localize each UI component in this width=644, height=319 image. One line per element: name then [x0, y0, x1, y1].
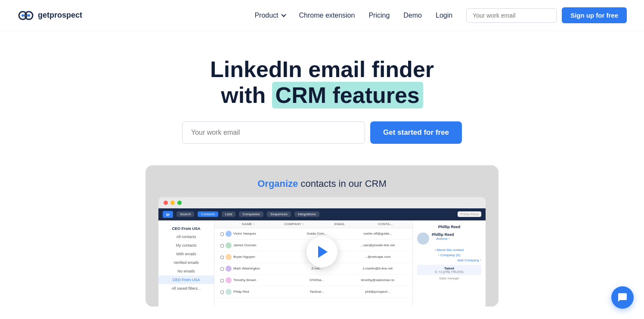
- cell-name-4: Mark Washington: [226, 266, 286, 272]
- browser-tab-lists[interactable]: Lists: [222, 211, 235, 217]
- logo-icon: [17, 7, 34, 24]
- logo-link[interactable]: getprospect: [17, 7, 82, 24]
- hero-title-highlight: CRM features: [272, 82, 423, 108]
- svg-point-3: [28, 14, 30, 17]
- row-checkbox-3[interactable]: [220, 256, 224, 259]
- panel-actions-label[interactable]: Actions ›: [432, 237, 454, 241]
- col-contact: CONTA...: [362, 222, 408, 226]
- panel-avatar: [417, 232, 429, 245]
- panel-company-section[interactable]: › Company (0): [417, 253, 481, 257]
- browser-tab-search[interactable]: Search: [176, 211, 194, 217]
- cell-email-1: vashe.off@guida...: [347, 232, 408, 235]
- table-row[interactable]: Philip Red Tactical... phil@prospect...: [214, 286, 412, 298]
- sidebar-item-with-emails[interactable]: With emails: [158, 250, 214, 258]
- browser-topbar: [158, 197, 486, 208]
- nav-demo-label: Demo: [403, 12, 422, 19]
- row-checkbox-2[interactable]: [220, 244, 224, 248]
- cell-email-6: phil@prospect...: [347, 290, 408, 294]
- table-row[interactable]: Victor Vasquez Guida Com... vashe.off@gu…: [214, 228, 412, 240]
- video-title-rest: contacts in our CRM: [298, 178, 386, 189]
- cell-name-2: James Duncan: [226, 242, 286, 248]
- nav-pricing-link[interactable]: Pricing: [368, 12, 390, 19]
- panel-avatar-row: Phillip Reed Actions ›: [417, 232, 481, 245]
- nav-login-link[interactable]: Login: [436, 12, 452, 19]
- browser-mockup: gp Search Contacts Lists Companies Seque…: [158, 197, 486, 307]
- sidebar-item-ceo-from-usa[interactable]: CEO From USA: [158, 276, 214, 284]
- hero-section: LinkedIn email finder with CRM features …: [0, 31, 644, 319]
- hero-email-input[interactable]: [182, 121, 365, 144]
- browser-list-name: CEO From USA: [158, 225, 214, 232]
- cell-company-4: Z-ma...: [286, 266, 347, 270]
- nav-signup-button[interactable]: Sign up for free: [562, 7, 627, 23]
- video-section: Organize contacts in our CRM gp Search C…: [146, 165, 498, 307]
- panel-talent-label: Talent: [420, 266, 479, 270]
- panel-contact-name: Phillip Reed: [417, 225, 481, 229]
- browser-sidebar: CEO From USA All contacts My contacts Wi…: [158, 220, 214, 307]
- play-triangle-icon: [318, 246, 328, 258]
- browser-dot-red: [164, 201, 168, 205]
- cell-company-6: Tactical...: [286, 290, 347, 294]
- browser-tab-sequences[interactable]: Sequences: [267, 211, 291, 217]
- cell-name-5: Timothy Brown: [226, 277, 286, 283]
- cell-company-1: Guida Com...: [286, 232, 347, 235]
- nav-demo-link[interactable]: Demo: [403, 12, 422, 19]
- table-row[interactable]: Timothy Brown STATea... timothy@salesman…: [214, 275, 412, 286]
- nav-login-label: Login: [436, 12, 452, 19]
- panel-about-contact[interactable]: › About this contact: [417, 248, 481, 252]
- browser-dot-yellow: [170, 201, 175, 205]
- chat-icon: [617, 292, 628, 303]
- nav-product-label: Product: [254, 12, 278, 19]
- sidebar-item-no-emails[interactable]: No emails: [158, 267, 214, 276]
- sidebar-item-verified-emails[interactable]: Verified emails: [158, 258, 214, 267]
- row-checkbox-1[interactable]: [220, 232, 224, 236]
- panel-talent-card: Talent C: +1 (276) 776-0721: [417, 265, 481, 275]
- cell-name-3: Bryan Nguyen: [226, 254, 286, 260]
- sidebar-item-all-saved-filters[interactable]: All saved filters...: [158, 284, 214, 293]
- nav-product-link[interactable]: Product: [254, 12, 285, 19]
- cell-name-6: Philip Red: [226, 289, 286, 295]
- panel-name: Phillip Reed: [432, 232, 454, 237]
- nav-links: Product Chrome extension Pricing Demo Lo…: [254, 12, 452, 19]
- product-chevron-down-icon: [281, 12, 286, 17]
- col-email: EMAIL: [317, 222, 362, 226]
- browser-tab-contacts[interactable]: Contacts: [198, 211, 218, 217]
- cell-email-3: ...@netcape.com: [347, 255, 408, 259]
- nav-pricing-label: Pricing: [368, 12, 390, 19]
- sidebar-item-my-contacts[interactable]: My contacts: [158, 241, 214, 250]
- svg-point-2: [22, 14, 24, 17]
- col-company: COMPANY ↕: [271, 222, 317, 226]
- hero-cta-button[interactable]: Get started for free: [370, 121, 462, 144]
- hero-title: LinkedIn email finder with CRM features: [210, 57, 434, 108]
- panel-add-company[interactable]: Add Company ›: [417, 258, 481, 262]
- cell-email-4: s.martin@b-line.net: [347, 266, 408, 270]
- panel-role-label: Sales manager: [417, 277, 481, 280]
- nav-chrome-extension-label: Chrome extension: [299, 12, 355, 19]
- hero-title-line2: with CRM features: [221, 82, 423, 108]
- cell-email-2: ...san@private-link.net: [347, 243, 408, 247]
- cell-email-5: timothy@salesman.to: [347, 278, 408, 282]
- nav-chrome-extension-link[interactable]: Chrome extension: [299, 12, 355, 19]
- hero-form: Get started for free: [182, 121, 462, 144]
- cell-company-5: STATea...: [286, 278, 347, 282]
- sidebar-item-all-contacts[interactable]: All contacts: [158, 232, 214, 241]
- chat-widget-button[interactable]: [611, 286, 634, 309]
- col-name: NAME ↕: [226, 222, 271, 226]
- logo-text: getprospect: [38, 11, 82, 20]
- cell-name-1: Victor Vasquez: [226, 231, 286, 237]
- browser-tab-integrations[interactable]: Integrations: [294, 211, 319, 217]
- browser-header-row: gp Search Contacts Lists Companies Seque…: [158, 208, 486, 220]
- browser-dot-green: [177, 201, 182, 205]
- row-checkbox-6[interactable]: [220, 291, 224, 294]
- browser-tab-companies[interactable]: Companies: [239, 211, 263, 217]
- video-title-bar: Organize contacts in our CRM: [158, 178, 486, 189]
- nav-email-input[interactable]: [466, 8, 557, 23]
- row-checkbox-4[interactable]: [220, 267, 224, 271]
- video-title-highlight: Organize: [257, 178, 298, 189]
- app-logo-mini: gp: [163, 211, 173, 218]
- hero-title-pre: with: [221, 83, 272, 108]
- video-play-button[interactable]: [307, 236, 337, 267]
- row-checkbox-5[interactable]: [220, 279, 224, 282]
- video-inner: Organize contacts in our CRM gp Search C…: [146, 165, 498, 307]
- hero-title-line1: LinkedIn email finder: [210, 57, 434, 82]
- navbar: getprospect Product Chrome extension Pri…: [0, 0, 644, 31]
